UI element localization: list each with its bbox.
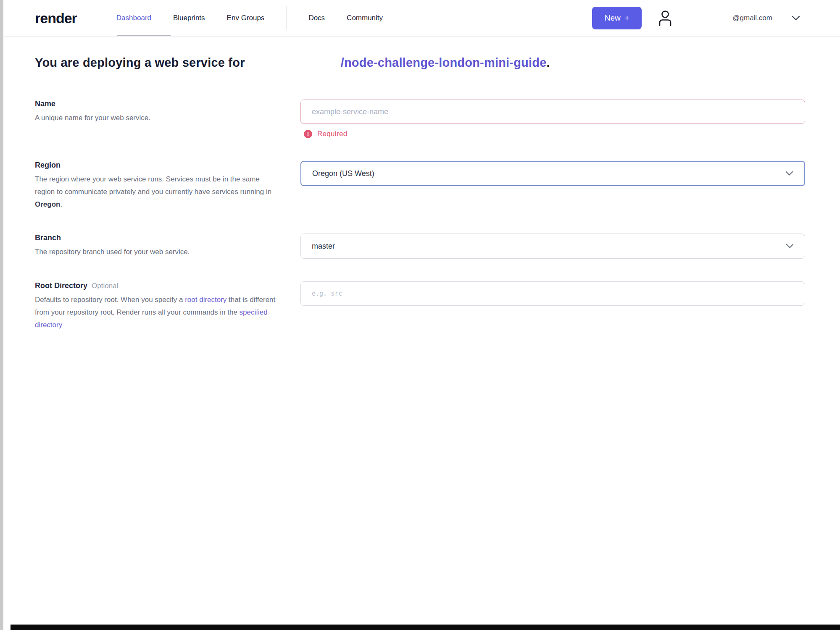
user-icon[interactable] <box>658 10 673 26</box>
plus-icon: + <box>625 13 629 23</box>
error-exclamation-icon: ! <box>304 130 312 138</box>
optional-badge: Optional <box>92 282 118 290</box>
account-email: @gmail.com <box>732 14 772 22</box>
region-row: Region The region where your web service… <box>35 161 805 211</box>
root-directory-label-text: Root Directory <box>35 281 87 290</box>
root-directory-link[interactable]: root directory <box>185 296 226 304</box>
new-button[interactable]: New + <box>592 7 642 29</box>
branch-label: Branch <box>35 234 277 242</box>
page-title: You are deploying a web service for/node… <box>35 56 805 70</box>
active-tab-underline <box>117 35 171 36</box>
nav-divider <box>286 6 287 30</box>
screenshot-bottom-bar <box>11 625 840 630</box>
screenshot-left-edge <box>0 0 3 630</box>
branch-select[interactable]: master <box>300 234 805 259</box>
render-logo: render <box>35 10 77 26</box>
name-input[interactable] <box>300 100 805 124</box>
page-title-prefix: You are deploying a web service for <box>35 56 245 69</box>
region-select[interactable]: Oregon (US West) <box>300 161 805 186</box>
branch-chevron-down-icon <box>786 244 794 249</box>
nav-item-blueprints[interactable]: Blueprints <box>173 14 205 22</box>
branch-row: Branch The repository branch used for yo… <box>35 234 805 259</box>
nav-item-community[interactable]: Community <box>347 14 383 22</box>
name-error-text: Required <box>317 130 347 138</box>
root-directory-label: Root DirectoryOptional <box>35 281 277 290</box>
top-nav: render Dashboard Blueprints Env Groups D… <box>0 0 840 37</box>
deploy-form-page: You are deploying a web service for/node… <box>0 56 840 331</box>
name-row: Name A unique name for your web service.… <box>35 100 805 138</box>
new-button-label: New <box>605 13 621 23</box>
name-label: Name <box>35 100 277 108</box>
nav-item-env-groups[interactable]: Env Groups <box>227 14 265 22</box>
region-label: Region <box>35 161 277 170</box>
nav-item-docs[interactable]: Docs <box>308 14 325 22</box>
branch-select-value: master <box>312 242 335 251</box>
root-directory-row: Root DirectoryOptional Defaults to repos… <box>35 281 805 331</box>
region-select-value: Oregon (US West) <box>312 169 374 178</box>
web-service-form: Name A unique name for your web service.… <box>35 100 805 331</box>
region-description-text: The region where your web service runs. … <box>35 175 271 196</box>
root-directory-description: Defaults to repository root. When you sp… <box>35 294 277 331</box>
root-directory-description-text-1: Defaults to repository root. When you sp… <box>35 296 185 304</box>
region-description-period: . <box>60 200 62 208</box>
root-directory-input[interactable] <box>300 281 805 306</box>
repo-link[interactable]: /node-challenge-london-mini-guide <box>341 56 547 69</box>
branch-description: The repository branch used for your web … <box>35 246 277 258</box>
region-description: The region where your web service runs. … <box>35 173 277 211</box>
nav-item-dashboard[interactable]: Dashboard <box>116 14 151 22</box>
region-description-oregon: Oregon <box>35 200 60 208</box>
account-chevron-down-icon[interactable] <box>792 16 800 21</box>
name-error: ! Required <box>304 130 805 138</box>
region-chevron-down-icon <box>785 171 793 176</box>
name-description: A unique name for your web service. <box>35 112 277 124</box>
page-title-suffix: . <box>547 56 550 69</box>
